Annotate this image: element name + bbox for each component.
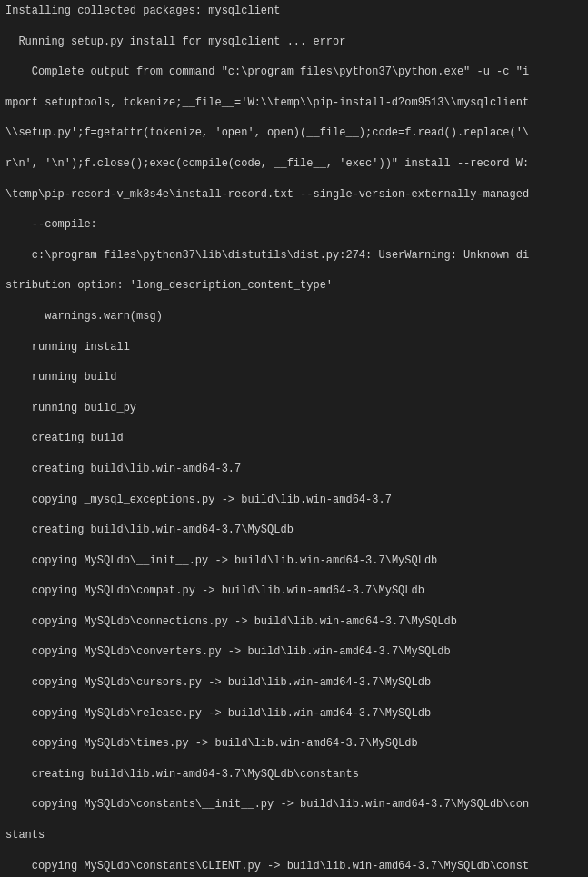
terminal-line-9: c:\program files\python37\lib\distutils\…	[5, 248, 583, 264]
terminal-line-19: copying MySQLdb\__init__.py -> build\lib…	[5, 553, 583, 569]
terminal-line-5: \\setup.py';f=getattr(tokenize, 'open', …	[5, 125, 583, 141]
terminal-line-6: r\n', '\n');f.close();exec(compile(code,…	[5, 156, 583, 172]
terminal-line-3: Complete output from command "c:\program…	[5, 65, 583, 80]
terminal-line-17: copying _mysql_exceptions.py -> build\li…	[5, 493, 583, 508]
terminal-line-24: copying MySQLdb\release.py -> build\lib.…	[5, 706, 583, 722]
terminal-line-2: Running setup.py install for mysqlclient…	[5, 35, 583, 50]
terminal-line-11: warnings.warn(msg)	[5, 309, 583, 324]
terminal-line-1: Installing collected packages: mysqlclie…	[5, 4, 583, 19]
terminal-line-7: \temp\pip-record-v_mk3s4e\install-record…	[5, 187, 583, 203]
terminal-line-23: copying MySQLdb\cursors.py -> build\lib.…	[5, 675, 583, 691]
terminal-line-26: creating build\lib.win-amd64-3.7\MySQLdb…	[5, 767, 583, 782]
terminal-line-18: creating build\lib.win-amd64-3.7\MySQLdb	[5, 523, 583, 538]
terminal-line-16: creating build\lib.win-amd64-3.7	[5, 462, 583, 477]
terminal-line-28: stants	[5, 828, 583, 843]
terminal-line-4: mport setuptools, tokenize;__file__='W:\…	[5, 95, 583, 111]
terminal-line-13: running build	[5, 370, 583, 385]
terminal-line-22: copying MySQLdb\converters.py -> build\l…	[5, 644, 583, 660]
terminal-line-27: copying MySQLdb\constants\__init__.py ->…	[5, 797, 583, 812]
terminal-line-29: copying MySQLdb\constants\CLIENT.py -> b…	[5, 859, 583, 874]
terminal-line-14: running build_py	[5, 401, 583, 416]
terminal-line-10: stribution option: 'long_description_con…	[5, 278, 583, 294]
terminal-line-20: copying MySQLdb\compat.py -> build\lib.w…	[5, 583, 583, 599]
terminal-output: Installing collected packages: mysqlclie…	[0, 0, 588, 877]
terminal-line-8: --compile:	[5, 217, 583, 233]
terminal-line-21: copying MySQLdb\connections.py -> build\…	[5, 614, 583, 630]
terminal-line-12: running install	[5, 340, 583, 355]
terminal-line-15: creating build	[5, 431, 583, 446]
terminal-line-25: copying MySQLdb\times.py -> build\lib.wi…	[5, 736, 583, 752]
